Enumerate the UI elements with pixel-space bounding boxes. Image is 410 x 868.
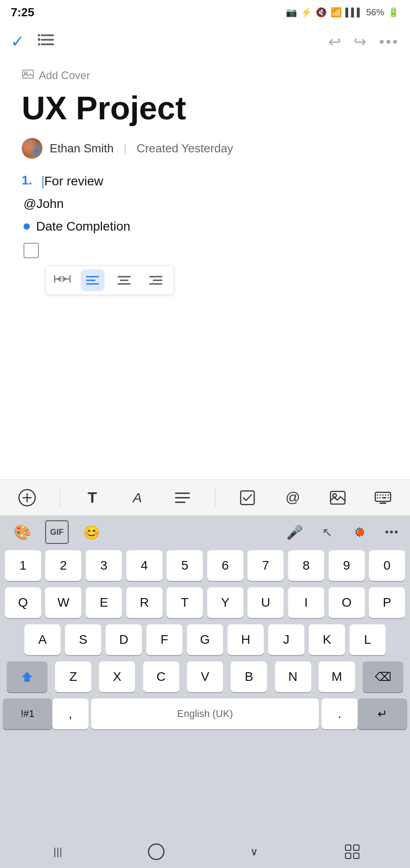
- mic-button[interactable]: 🎤: [283, 520, 306, 544]
- svg-rect-34: [331, 491, 345, 504]
- emoji-button[interactable]: 😊: [79, 520, 103, 544]
- comma-key[interactable]: ,: [52, 698, 89, 729]
- key-6[interactable]: 6: [207, 550, 243, 581]
- svg-point-3: [38, 34, 40, 37]
- key-7[interactable]: 7: [247, 550, 284, 581]
- format-divider-2: [215, 489, 215, 507]
- back-button[interactable]: |||: [45, 838, 72, 865]
- key-8[interactable]: 8: [288, 550, 324, 581]
- image-button[interactable]: [325, 485, 350, 510]
- item-text: For review: [42, 173, 103, 189]
- check-button[interactable]: ✓: [11, 33, 24, 50]
- key-s[interactable]: S: [65, 624, 101, 655]
- keyboard: 🎨 GIF 😊 🎤 ↖ ⚙ ••• 1 2 3 4 5 6 7 8 9 0 Q …: [0, 515, 410, 868]
- align-left-button[interactable]: [81, 269, 104, 291]
- align-text-button[interactable]: [170, 485, 195, 510]
- symbols-key[interactable]: !#1: [3, 698, 52, 729]
- z-row: Z X C V B N M ⌫: [0, 658, 410, 695]
- key-1[interactable]: 1: [5, 550, 41, 581]
- key-v[interactable]: V: [187, 661, 223, 692]
- notification-dot: [358, 529, 364, 536]
- key-p[interactable]: P: [369, 587, 405, 618]
- mention-line[interactable]: @John: [22, 197, 388, 211]
- status-icons: 📷 ⚡ 🔇 📶 ▌▌▌ 56% 🔋: [286, 7, 399, 18]
- sticker-button[interactable]: 🎨: [11, 520, 34, 544]
- key-l[interactable]: L: [349, 624, 386, 655]
- cursor-button[interactable]: ↖: [315, 520, 339, 544]
- enter-key[interactable]: ↵: [358, 698, 407, 729]
- key-g[interactable]: G: [187, 624, 223, 655]
- key-j[interactable]: J: [268, 624, 304, 655]
- add-cover-label: Add Cover: [39, 69, 90, 82]
- inline-toolbar: [45, 265, 174, 295]
- key-y[interactable]: Y: [207, 587, 243, 618]
- period-key[interactable]: .: [321, 698, 358, 729]
- outline-button[interactable]: [37, 32, 54, 51]
- created-label: Created Yesterday: [136, 142, 233, 156]
- key-u[interactable]: U: [247, 587, 284, 618]
- key-t[interactable]: T: [167, 587, 203, 618]
- grid-button[interactable]: [339, 838, 366, 865]
- key-k[interactable]: K: [309, 624, 345, 655]
- key-f[interactable]: F: [146, 624, 182, 655]
- svg-rect-49: [354, 845, 359, 850]
- shift-key[interactable]: [7, 661, 47, 692]
- svg-point-35: [333, 494, 336, 497]
- indent-left-icon[interactable]: [54, 272, 71, 289]
- key-r[interactable]: R: [126, 587, 163, 618]
- key-c[interactable]: C: [143, 661, 179, 692]
- format-bar: T A @: [0, 479, 410, 515]
- add-cover-icon: [22, 69, 34, 82]
- key-2[interactable]: 2: [45, 550, 81, 581]
- document-title[interactable]: UX Project: [22, 90, 388, 126]
- author-row: Ethan Smith | Created Yesterday: [22, 138, 388, 159]
- svg-rect-48: [345, 845, 351, 850]
- key-b[interactable]: B: [231, 661, 267, 692]
- more-options-button[interactable]: •••: [379, 33, 399, 51]
- status-bar: 7:25 📷 ⚡ 🔇 📶 ▌▌▌ 56% 🔋: [0, 0, 410, 24]
- key-i[interactable]: I: [288, 587, 324, 618]
- keyboard-toggle-button[interactable]: [370, 485, 396, 510]
- bottom-row: !#1 , English (UK) . ↵: [0, 695, 410, 732]
- settings-button[interactable]: ⚙: [348, 520, 371, 544]
- key-z[interactable]: Z: [55, 661, 91, 692]
- key-0[interactable]: 0: [369, 550, 405, 581]
- mention-button[interactable]: @: [280, 485, 305, 510]
- text-alt-button[interactable]: A: [125, 485, 150, 510]
- key-m[interactable]: M: [319, 661, 355, 692]
- key-h[interactable]: H: [228, 624, 264, 655]
- key-a[interactable]: A: [24, 624, 61, 655]
- key-3[interactable]: 3: [86, 550, 122, 581]
- add-block-button[interactable]: [14, 485, 40, 510]
- indent-controls: [52, 272, 73, 289]
- key-d[interactable]: D: [106, 624, 142, 655]
- down-button[interactable]: ∨: [241, 838, 268, 865]
- key-x[interactable]: X: [99, 661, 135, 692]
- align-center-button[interactable]: [112, 269, 136, 291]
- svg-rect-33: [241, 491, 254, 505]
- key-e[interactable]: E: [86, 587, 122, 618]
- status-time: 7:25: [11, 5, 34, 19]
- numbered-list-item[interactable]: 1. For review: [22, 173, 388, 189]
- key-n[interactable]: N: [275, 661, 311, 692]
- undo-button[interactable]: ↩: [328, 33, 341, 51]
- space-key[interactable]: English (UK): [91, 698, 319, 729]
- checkbox-row[interactable]: [22, 242, 388, 258]
- backspace-key[interactable]: ⌫: [363, 661, 403, 692]
- checkbox-button[interactable]: [235, 485, 261, 510]
- keyboard-more-button[interactable]: •••: [380, 520, 404, 544]
- key-5[interactable]: 5: [167, 550, 203, 581]
- checkbox[interactable]: [23, 243, 39, 258]
- add-cover-row[interactable]: Add Cover: [22, 69, 388, 82]
- text-style-button[interactable]: T: [79, 485, 105, 510]
- bullet-list-item[interactable]: Date Completion: [22, 219, 388, 234]
- key-q[interactable]: Q: [5, 587, 41, 618]
- key-9[interactable]: 9: [329, 550, 365, 581]
- home-button[interactable]: [143, 838, 170, 865]
- gif-button[interactable]: GIF: [45, 520, 69, 544]
- redo-button[interactable]: ↪: [354, 33, 366, 51]
- key-o[interactable]: O: [329, 587, 365, 618]
- align-right-button[interactable]: [144, 269, 168, 291]
- key-w[interactable]: W: [45, 587, 81, 618]
- key-4[interactable]: 4: [126, 550, 163, 581]
